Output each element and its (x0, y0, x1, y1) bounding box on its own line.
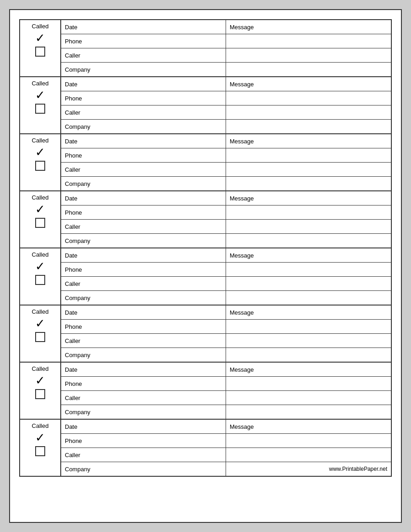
top-row: DateMessage (61, 248, 391, 263)
company-value (226, 177, 391, 190)
called-label: Called (32, 23, 49, 30)
company-row: Company (61, 234, 391, 248)
company-value (226, 405, 391, 419)
right-section: DateMessagePhoneCallerCompany (61, 134, 391, 190)
left-cell: Called✓ (20, 20, 61, 76)
message-label: Message (226, 420, 391, 433)
called-label: Called (32, 137, 49, 144)
company-label: Company (61, 177, 226, 190)
record-row: Called✓DateMessagePhoneCallerCompany (20, 248, 391, 306)
phone-row: Phone (61, 434, 391, 448)
caller-value (226, 391, 391, 405)
checkmark-icon: ✓ (35, 203, 45, 215)
company-row: Company (61, 120, 391, 133)
page: Called✓DateMessagePhoneCallerCompanyCall… (9, 9, 402, 523)
phone-label: Phone (61, 434, 226, 448)
checkbox[interactable] (35, 47, 45, 57)
company-row: Company (61, 291, 391, 305)
phone-value (226, 320, 391, 333)
top-row: DateMessage (61, 420, 391, 434)
checkbox[interactable] (35, 332, 45, 342)
top-row: DateMessage (61, 306, 391, 320)
company-value (226, 234, 391, 248)
right-section: DateMessagePhoneCallerCompany (61, 306, 391, 362)
record-row: Called✓DateMessagePhoneCallerCompany (20, 191, 391, 248)
checkmark-icon: ✓ (35, 260, 45, 272)
phone-row: Phone (61, 320, 391, 334)
checkbox[interactable] (35, 218, 45, 228)
company-label: Company (61, 348, 226, 362)
caller-row: Caller (61, 48, 391, 63)
phone-label: Phone (61, 320, 226, 333)
date-label: Date (61, 248, 226, 262)
phone-label: Phone (61, 205, 226, 219)
caller-value (226, 277, 391, 290)
caller-row: Caller (61, 220, 391, 234)
checkbox[interactable] (35, 275, 45, 285)
record-row: Called✓DateMessagePhoneCallerCompany (20, 363, 391, 420)
message-label: Message (226, 20, 391, 34)
website-label: www.PrintablePaper.net (226, 462, 391, 476)
phone-row: Phone (61, 377, 391, 391)
caller-row: Caller (61, 105, 391, 120)
phone-value (226, 148, 391, 162)
company-label: Company (61, 405, 226, 419)
called-label: Called (32, 365, 49, 373)
checkmark-icon: ✓ (35, 317, 45, 329)
caller-row: Caller (61, 277, 391, 291)
caller-row: Caller (61, 163, 391, 177)
record-row: Called✓DateMessagePhoneCallerCompany (20, 77, 391, 134)
caller-label: Caller (61, 105, 226, 119)
phone-value (226, 263, 391, 276)
checkmark-icon: ✓ (35, 32, 45, 44)
message-label: Message (226, 77, 391, 91)
called-label: Called (32, 422, 49, 430)
date-label: Date (61, 77, 226, 91)
company-label: Company (61, 120, 226, 133)
left-cell: Called✓ (20, 77, 61, 133)
record-row: Called✓DateMessagePhoneCallerCompany (20, 306, 391, 363)
company-row: Company (61, 177, 391, 190)
right-section: DateMessagePhoneCallerCompany (61, 363, 391, 419)
right-section: DateMessagePhoneCallerCompanywww.Printab… (61, 420, 391, 476)
message-label: Message (226, 134, 391, 148)
company-value (226, 291, 391, 305)
records-container: Called✓DateMessagePhoneCallerCompanyCall… (19, 19, 392, 477)
top-row: DateMessage (61, 191, 391, 205)
left-cell: Called✓ (20, 191, 61, 248)
checkmark-icon: ✓ (35, 374, 45, 386)
caller-row: Caller (61, 391, 391, 405)
top-row: DateMessage (61, 20, 391, 34)
phone-value (226, 434, 391, 448)
message-label: Message (226, 248, 391, 262)
checkbox[interactable] (35, 104, 45, 114)
date-label: Date (61, 191, 226, 205)
left-cell: Called✓ (20, 420, 61, 476)
right-section: DateMessagePhoneCallerCompany (61, 77, 391, 133)
top-row: DateMessage (61, 134, 391, 148)
caller-value (226, 448, 391, 462)
date-label: Date (61, 363, 226, 376)
phone-value (226, 205, 391, 219)
company-value (226, 120, 391, 133)
company-label: Company (61, 462, 226, 476)
caller-value (226, 48, 391, 62)
company-label: Company (61, 234, 226, 248)
checkbox[interactable] (35, 446, 45, 456)
right-section: DateMessagePhoneCallerCompany (61, 191, 391, 248)
caller-row: Caller (61, 334, 391, 348)
caller-value (226, 163, 391, 176)
checkbox[interactable] (35, 161, 45, 171)
checkmark-icon: ✓ (35, 146, 45, 158)
caller-label: Caller (61, 334, 226, 348)
called-label: Called (32, 308, 49, 316)
checkbox[interactable] (35, 389, 45, 399)
company-row: Company (61, 63, 391, 76)
left-cell: Called✓ (20, 306, 61, 362)
caller-label: Caller (61, 163, 226, 176)
record-row: Called✓DateMessagePhoneCallerCompany (20, 134, 391, 191)
company-row: Company (61, 405, 391, 419)
phone-value (226, 34, 391, 48)
caller-value (226, 334, 391, 348)
message-label: Message (226, 363, 391, 376)
